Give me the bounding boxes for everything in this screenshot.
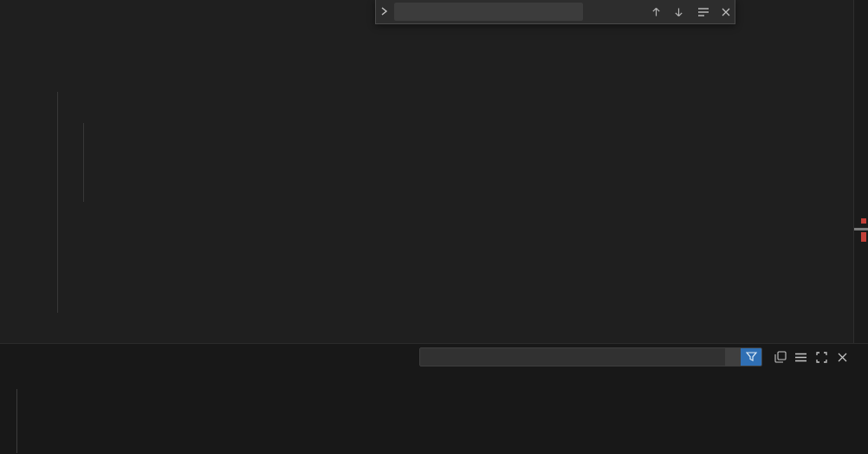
code-editor[interactable] [0,0,868,343]
ruler-cursor-mark [854,228,868,230]
filter-count-badge [725,347,741,366]
tree-indent-guide [16,389,17,453]
find-input[interactable] [394,3,583,21]
ruler-error-mark [861,232,866,242]
maximize-panel-icon[interactable] [813,348,831,366]
problems-filter-input[interactable] [419,347,762,366]
toggle-replace-chevron-icon[interactable] [376,0,392,23]
overview-ruler[interactable] [853,0,868,343]
next-match-icon[interactable] [669,3,689,22]
close-find-icon[interactable] [716,3,735,22]
indent-guide [57,92,58,313]
filter-funnel-icon[interactable] [741,347,761,366]
find-in-selection-icon[interactable] [693,3,713,22]
ruler-error-mark [861,218,866,224]
collapse-all-icon[interactable] [771,348,789,366]
minimap[interactable] [750,0,853,343]
view-as-table-icon[interactable] [792,348,810,366]
close-panel-icon[interactable] [833,348,852,366]
find-widget [375,0,735,24]
previous-match-icon[interactable] [646,3,666,22]
bottom-panel [0,343,868,454]
vscode-window [0,0,868,454]
indent-guide [83,123,84,202]
